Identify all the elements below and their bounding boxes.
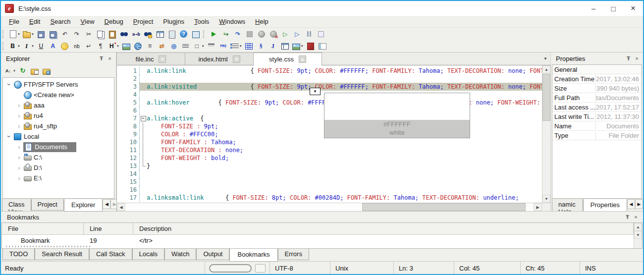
new-file-button[interactable]: ▼ — [8, 29, 21, 40]
stop-disabled-button[interactable] — [244, 29, 255, 40]
undo-button[interactable]: ↶ — [59, 29, 70, 40]
menu-view[interactable]: View — [76, 17, 100, 26]
vertical-scroll-thumb[interactable] — [542, 74, 550, 121]
editor-horizontal-scrollbar[interactable]: ◀ ▶ — [117, 203, 550, 211]
tree-item-local[interactable]: ›Local — [3, 131, 114, 142]
frames-button[interactable] — [279, 41, 290, 52]
refresh-button[interactable]: ↻ — [17, 65, 28, 76]
tree-item--create-new-[interactable]: <Create new> — [3, 90, 114, 100]
sort-button[interactable]: A↓▼ — [3, 65, 16, 76]
tool-tab-todo[interactable]: TODO — [2, 249, 35, 260]
menu-tools[interactable]: Tools — [189, 17, 214, 26]
emoticon-button[interactable] — [59, 41, 70, 52]
non-breaking-space-button[interactable]: nb — [71, 41, 82, 52]
dropdown-arrow-icon[interactable]: ▼ — [116, 45, 119, 48]
color-dropdown-button[interactable]: ▼ — [310, 88, 321, 95]
tree-item-ftp-sftp-servers[interactable]: ›FTP/SFTP Servers — [3, 79, 114, 90]
redo-button[interactable]: ↷ — [71, 29, 82, 40]
preformatted-button[interactable]: PRE — [218, 41, 229, 52]
expand-icon[interactable]: › — [15, 164, 23, 171]
dropdown-arrow-icon[interactable]: ▼ — [202, 45, 205, 48]
expand-icon[interactable]: › — [15, 154, 23, 161]
help-button[interactable]: ? — [178, 29, 189, 40]
code-line[interactable]: 14 — [117, 170, 542, 178]
open-file-button[interactable]: ▼ — [22, 29, 35, 40]
menu-help[interactable]: Help — [250, 17, 273, 26]
tool-tab-errors[interactable]: Errors — [278, 249, 309, 260]
fold-mid-icon[interactable] — [140, 122, 147, 130]
editor-tab-index-html[interactable]: index.html× — [185, 53, 254, 65]
continue-button[interactable]: ▷ — [292, 29, 303, 40]
horizontal-rule-button[interactable]: = — [145, 41, 156, 52]
fullscreen-button[interactable]: + — [190, 29, 201, 40]
bookmark-row[interactable]: Bookmark19</tr> — [2, 235, 634, 246]
special-chars-button[interactable]: ⇄ — [157, 41, 167, 52]
tool-tab-output[interactable]: Output — [196, 249, 229, 260]
code-line[interactable]: 10 FONT-FAMILY : Tahoma; — [117, 138, 542, 146]
scroll-up-icon[interactable]: ▲ — [634, 223, 642, 231]
tab-close-icon[interactable]: × — [159, 55, 166, 63]
copy-button[interactable] — [95, 29, 106, 40]
save-all-button[interactable] — [48, 29, 58, 40]
code-line[interactable]: 3a.link:visited { FONT-SIZE: 9pt; COLOR:… — [117, 83, 542, 91]
paragraph-button[interactable]: ¶ — [95, 41, 106, 52]
tab-project[interactable]: Project — [31, 199, 64, 211]
code-line[interactable]: 13} — [117, 162, 542, 170]
file-tree[interactable]: ›FTP/SFTP Servers<Create new>›aaa›ru4›ru… — [2, 77, 114, 199]
code-line[interactable]: 17a.linksmall:link { FONT-SIZE: 8pt; COL… — [117, 194, 542, 202]
font-color-button[interactable]: A — [48, 41, 58, 52]
scroll-left-icon[interactable]: ◀ — [117, 203, 125, 211]
pin-icon[interactable]: Ŧ — [623, 213, 632, 221]
code-line[interactable]: 11 TEXT-DECORATION : none; — [117, 146, 542, 154]
find-button[interactable] — [119, 29, 130, 40]
dropdown-arrow-icon[interactable]: ▼ — [17, 45, 20, 48]
run-to-cursor-button[interactable]: ▷ — [280, 29, 291, 40]
editor-tab-style-css[interactable]: style.css× — [254, 53, 322, 65]
toolbar-grip[interactable] — [2, 42, 5, 50]
scroll-up-icon[interactable]: ▲ — [542, 65, 550, 73]
menu-edit[interactable]: Edit — [24, 17, 45, 26]
fold-mid-icon[interactable] — [140, 146, 147, 154]
step-into-button[interactable]: ↪ — [220, 29, 231, 40]
tree-item-c-[interactable]: ›C:\ — [3, 152, 114, 163]
code-line[interactable]: 12 FONT-WEIGHT : bold; — [117, 154, 542, 162]
replace-button[interactable]: a→b — [131, 29, 142, 40]
tool-tab-call-stack[interactable]: Call Stack — [89, 249, 132, 260]
menu-file[interactable]: File — [4, 17, 24, 26]
tab-properties[interactable]: Properties — [583, 199, 627, 211]
folder-properties-button[interactable] — [29, 65, 40, 76]
editor-vertical-scrollbar[interactable]: ▲ ▼ — [542, 65, 550, 203]
line-break-button[interactable]: ↵ — [83, 41, 94, 52]
dropdown-arrow-icon[interactable]: ▼ — [17, 33, 20, 36]
insert-image-button[interactable] — [121, 41, 132, 52]
editor-tab-file-inc[interactable]: file.inc× — [117, 53, 185, 65]
scroll-right-icon[interactable]: ▶ — [534, 203, 542, 211]
fold-end-icon[interactable] — [140, 162, 147, 170]
clear-breakpoints-button[interactable] — [268, 29, 279, 40]
stop-button[interactable] — [316, 29, 326, 40]
align-center-button[interactable] — [180, 41, 191, 52]
dropdown-arrow-icon[interactable]: ▼ — [31, 33, 34, 36]
bold-button[interactable]: B▼ — [8, 41, 21, 52]
horizontal-scroll-thumb[interactable] — [362, 203, 526, 211]
fold-mid-icon[interactable] — [140, 130, 147, 138]
maximize-button[interactable]: □ — [603, 1, 623, 16]
close-icon[interactable]: × — [632, 213, 640, 221]
javascript-button[interactable]: J — [268, 41, 278, 52]
insert-script-button[interactable]: § — [256, 41, 267, 52]
fold-mid-icon[interactable] — [140, 154, 147, 162]
expand-icon[interactable]: › — [15, 112, 23, 119]
fold-mid-icon[interactable] — [140, 138, 147, 146]
div-box-button[interactable]: □▼ — [192, 41, 205, 52]
tool-tab-search-result[interactable]: Search Result — [35, 249, 89, 260]
dropdown-arrow-icon[interactable]: ▼ — [301, 45, 304, 48]
pin-icon[interactable]: Ŧ — [97, 55, 106, 62]
tool-tab-locals[interactable]: Locals — [132, 249, 165, 260]
expand-icon[interactable]: › — [15, 174, 23, 182]
italic-button[interactable]: I▼ — [22, 41, 35, 52]
expand-icon[interactable]: › — [15, 122, 23, 130]
tree-item-aaa[interactable]: ›aaa — [3, 100, 114, 110]
folder-sync-button[interactable] — [41, 65, 52, 76]
collapse-icon[interactable]: › — [5, 132, 13, 141]
expand-icon[interactable]: › — [15, 143, 23, 151]
